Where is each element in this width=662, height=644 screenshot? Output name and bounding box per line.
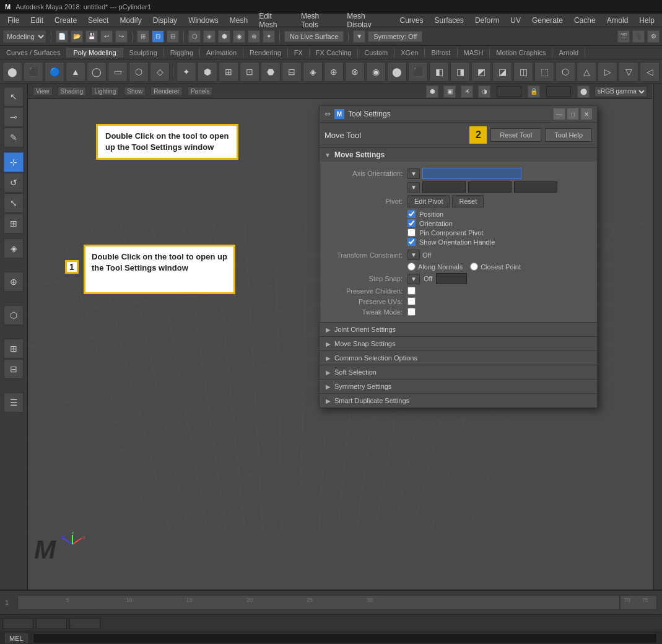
tab-rendering[interactable]: Rendering <box>243 48 288 58</box>
snap-tool-5[interactable]: ⊕ <box>248 30 260 43</box>
axis-orientation-input[interactable]: World <box>422 168 521 179</box>
frame-input-1[interactable]: 1 <box>2 618 33 629</box>
tab-bifrost[interactable]: Bifrost <box>425 48 457 58</box>
panels-btn[interactable]: Panels <box>188 87 213 96</box>
no-live-surface[interactable]: No Live Surface <box>284 31 344 42</box>
joint-orient-header[interactable]: ▶ Joint Orient Settings <box>320 323 597 336</box>
x-value-input[interactable]: 0.0000 <box>422 181 466 193</box>
poly-icon-10[interactable]: ◉ <box>366 62 386 82</box>
snap-tool-4[interactable]: ◉ <box>233 30 245 43</box>
transform-constraint-dropdown[interactable]: ▼ <box>407 250 420 260</box>
symmetry-off[interactable]: Symmetry: Off <box>368 31 422 42</box>
tab-fx-caching[interactable]: FX Caching <box>310 48 358 58</box>
position-checkbox[interactable] <box>407 210 416 218</box>
soft-select-icon[interactable]: ⬡ <box>4 305 24 325</box>
reset-tool-btn[interactable]: Reset Tool <box>490 128 541 142</box>
show-btn[interactable]: Show <box>124 87 146 96</box>
show-orientation-handle-checkbox[interactable] <box>407 238 416 246</box>
color-profile-select[interactable]: sRGB gamma <box>594 86 647 97</box>
tab-xgen[interactable]: XGen <box>394 48 425 58</box>
snap-tool-3[interactable]: ⬢ <box>218 30 230 43</box>
grid-icon-left[interactable]: ⊞ <box>4 339 24 359</box>
tab-rigging[interactable]: Rigging <box>164 48 200 58</box>
transform-tool-icon[interactable]: ⊞ <box>4 214 24 233</box>
preserve-children-checkbox[interactable] <box>407 287 416 295</box>
menu-file[interactable]: File <box>2 15 24 26</box>
snap-curve-icon[interactable]: ⊡ <box>152 30 164 43</box>
tab-motion-graphics[interactable]: Motion Graphics <box>490 48 552 58</box>
poly-icon-11[interactable]: ⬤ <box>387 62 407 82</box>
poly-icon-23[interactable]: ◁ <box>640 62 660 82</box>
snap-grid-icon[interactable]: ⊞ <box>137 30 149 43</box>
disc-icon[interactable]: ⬡ <box>129 62 149 82</box>
select-tool-icon[interactable]: ↖ <box>4 87 24 107</box>
render2-icon[interactable]: 🎥 <box>632 30 645 43</box>
xyz-dropdown[interactable]: ▼ <box>407 182 420 193</box>
poly-icon-18[interactable]: ⬚ <box>534 62 554 82</box>
menu-edit[interactable]: Edit <box>25 15 48 26</box>
poly-icon-17[interactable]: ◫ <box>513 62 533 82</box>
snap-tool-2[interactable]: ◈ <box>203 30 216 43</box>
orientation-checkbox[interactable] <box>407 219 416 227</box>
settings-icon[interactable]: ⚙ <box>647 30 660 43</box>
poly-icon-12[interactable]: ⬛ <box>408 62 428 82</box>
display-mode-icon[interactable]: ▣ <box>443 85 456 98</box>
smart-duplicate-header[interactable]: ▶ Smart Duplicate Settings <box>320 394 597 407</box>
menu-help[interactable]: Help <box>634 15 660 26</box>
snap-tool-6[interactable]: ✦ <box>263 30 275 43</box>
lock-icon[interactable]: 🔒 <box>528 85 540 98</box>
tab-arnold[interactable]: Arnold <box>552 48 585 58</box>
menu-create[interactable]: Create <box>50 15 82 26</box>
plane-icon[interactable]: ▭ <box>108 62 128 82</box>
poly-icon-2[interactable]: ⬢ <box>198 62 217 82</box>
menu-surfaces[interactable]: Surfaces <box>430 15 469 26</box>
menu-select[interactable]: Select <box>83 15 113 26</box>
preserve-uvs-checkbox[interactable] <box>407 297 416 305</box>
menu-arnold[interactable]: Arnold <box>602 15 634 26</box>
snap-point-icon[interactable]: ⊟ <box>167 30 179 43</box>
ts-close-btn[interactable]: ✕ <box>581 108 592 120</box>
move-settings-header[interactable]: ▼ Move Settings <box>320 148 597 162</box>
redo-icon[interactable]: ↪ <box>115 30 128 43</box>
reset-pivot-btn[interactable]: Reset <box>452 195 484 207</box>
poly-icon-21[interactable]: ▷ <box>598 62 617 82</box>
ts-minimize-btn[interactable]: — <box>554 108 565 120</box>
shading-btn[interactable]: Shading <box>58 87 87 96</box>
poly-icon-6[interactable]: ⊟ <box>282 62 302 82</box>
edit-pivot-btn[interactable]: Edit Pivot <box>407 195 450 207</box>
menu-curves[interactable]: Curves <box>395 15 429 26</box>
menu-display[interactable]: Display <box>148 15 182 26</box>
common-selection-header[interactable]: ▶ Common Selection Options <box>320 351 597 365</box>
tab-animation[interactable]: Animation <box>200 48 243 58</box>
lasso-tool-icon[interactable]: ⊸ <box>4 107 24 127</box>
cylinder-icon[interactable]: 🔵 <box>45 62 64 82</box>
poly-icon-13[interactable]: ◧ <box>429 62 449 82</box>
viewport-content[interactable]: Double Click on the tool to open up the … <box>28 99 652 590</box>
universal-manip-icon[interactable]: ◈ <box>4 238 24 258</box>
z-value-input[interactable]: 0.0000 <box>514 181 557 193</box>
right-scrollbar[interactable] <box>653 84 662 590</box>
pin-component-pivot-checkbox[interactable] <box>407 228 416 237</box>
show-manip-icon[interactable]: ⊕ <box>4 272 24 292</box>
symmetry-settings-header[interactable]: ▶ Symmetry Settings <box>320 380 597 393</box>
frame-input-2[interactable]: 1 <box>36 618 67 629</box>
snap-icon-left[interactable]: ⊟ <box>4 359 24 379</box>
torus-icon[interactable]: ◯ <box>87 62 107 82</box>
step-snap-dropdown[interactable]: ▼ <box>407 274 420 284</box>
axis-orientation-dropdown[interactable]: ▼ <box>407 168 420 179</box>
menu-windows[interactable]: Windows <box>183 15 224 26</box>
soft-selection-header[interactable]: ▶ Soft Selection <box>320 365 597 379</box>
poly-icon-5[interactable]: ⬣ <box>261 62 281 82</box>
command-line[interactable] <box>33 633 657 643</box>
sphere-icon[interactable]: ⬤ <box>2 62 22 82</box>
view-btn[interactable]: View <box>33 87 53 96</box>
camera-icon[interactable]: ▼ <box>353 30 365 43</box>
ts-pin-icon[interactable]: ⇔ <box>324 110 331 118</box>
closest-point-radio[interactable] <box>470 263 478 271</box>
tab-custom[interactable]: Custom <box>358 48 394 58</box>
tweak-mode-checkbox[interactable] <box>407 308 416 316</box>
rotate-tool-icon[interactable]: ↺ <box>4 173 24 193</box>
camera-frame-icon[interactable]: ⬢ <box>426 85 438 98</box>
poly-icon-9[interactable]: ⊗ <box>345 62 365 82</box>
menu-modify[interactable]: Modify <box>115 15 146 26</box>
